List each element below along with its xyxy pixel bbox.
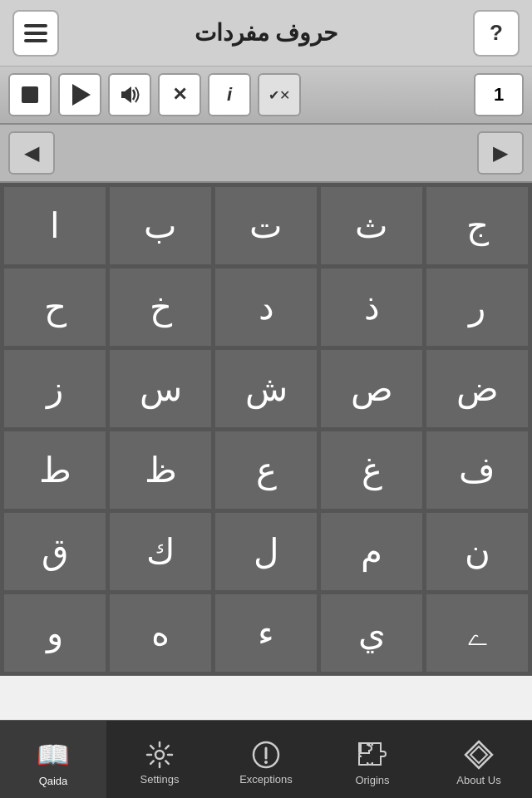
- arabic-grid-container: ابتثجحخدذرزسشصضطظعغفقكلمنوهءيے: [0, 183, 532, 676]
- nav-label-exceptions: Exceptions: [239, 773, 293, 786]
- svg-rect-0: [24, 24, 47, 27]
- arabic-letter-cell[interactable]: ث: [320, 186, 423, 265]
- close-button[interactable]: ✕: [158, 73, 201, 116]
- arabic-letter-cell[interactable]: غ: [320, 431, 423, 510]
- play-icon: [72, 84, 91, 106]
- svg-marker-9: [470, 746, 487, 763]
- diamond-icon: [464, 740, 494, 770]
- menu-icon: [24, 24, 47, 42]
- arabic-letter-cell[interactable]: ن: [426, 512, 529, 591]
- next-button[interactable]: ▶: [477, 131, 524, 175]
- settings-icon: [145, 741, 174, 769]
- arabic-letter-cell[interactable]: ش: [214, 349, 318, 428]
- info-button[interactable]: i: [208, 73, 251, 116]
- navigation-row: ◀ ▶: [0, 125, 532, 183]
- left-arrow-icon: ◀: [24, 141, 39, 165]
- svg-rect-1: [24, 32, 47, 35]
- check-x-icon: ✔✕: [268, 87, 290, 103]
- exclamation-icon: [252, 741, 280, 769]
- nav-label-about-us: About Us: [456, 774, 500, 786]
- playback-toolbar: ✕ i ✔✕ 1: [0, 66, 532, 125]
- arabic-letter-cell[interactable]: ع: [214, 431, 318, 510]
- svg-marker-3: [121, 86, 131, 103]
- arabic-letter-cell[interactable]: ي: [320, 594, 423, 672]
- arabic-letter-cell[interactable]: س: [109, 349, 212, 428]
- arabic-letter-cell[interactable]: ء: [214, 594, 318, 672]
- arabic-letter-cell[interactable]: ض: [426, 349, 529, 428]
- help-button[interactable]: ?: [473, 10, 520, 57]
- puzzle-icon: [357, 740, 387, 770]
- svg-rect-2: [24, 39, 47, 42]
- arabic-letter-cell[interactable]: د: [214, 268, 318, 347]
- arabic-letter-cell[interactable]: ح: [3, 268, 106, 347]
- play-button[interactable]: [58, 73, 101, 116]
- nav-item-about-us[interactable]: About Us: [426, 721, 532, 798]
- arabic-letter-cell[interactable]: و: [3, 594, 106, 672]
- arabic-letter-cell[interactable]: ے: [426, 594, 529, 672]
- nav-label-settings: Settings: [140, 773, 180, 786]
- page-number-button[interactable]: 1: [474, 73, 524, 116]
- arabic-letter-cell[interactable]: ف: [426, 431, 529, 510]
- check-button[interactable]: ✔✕: [258, 73, 301, 116]
- arabic-letter-cell[interactable]: ظ: [109, 431, 212, 510]
- arabic-letter-cell[interactable]: ك: [109, 512, 212, 591]
- arabic-letter-cell[interactable]: ا: [3, 186, 106, 265]
- arabic-letter-cell[interactable]: ق: [3, 512, 106, 591]
- close-icon: ✕: [172, 84, 187, 106]
- menu-button[interactable]: [12, 10, 59, 57]
- bottom-navigation: 📖 Qaida Settings Exceptions Origins Abou…: [0, 720, 532, 798]
- arabic-letter-cell[interactable]: ذ: [320, 268, 423, 347]
- arabic-letter-cell[interactable]: خ: [109, 268, 212, 347]
- nav-label-origins: Origins: [355, 774, 389, 786]
- right-arrow-icon: ▶: [493, 141, 508, 165]
- arabic-letter-cell[interactable]: ص: [320, 349, 423, 428]
- page-title: حروف مفردات: [195, 19, 338, 47]
- nav-item-exceptions[interactable]: Exceptions: [213, 721, 319, 798]
- prev-button[interactable]: ◀: [8, 131, 55, 175]
- svg-point-7: [264, 761, 268, 764]
- app-header: حروف مفردات ?: [0, 0, 532, 66]
- arabic-letter-cell[interactable]: ط: [3, 431, 106, 510]
- arabic-letter-cell[interactable]: م: [320, 512, 423, 591]
- arabic-letter-cell[interactable]: ت: [214, 186, 318, 265]
- nav-item-qaida[interactable]: 📖 Qaida: [0, 721, 106, 798]
- nav-item-settings[interactable]: Settings: [106, 721, 213, 798]
- nav-item-origins[interactable]: Origins: [319, 721, 426, 798]
- stop-icon: [22, 86, 38, 103]
- arabic-letter-cell[interactable]: ر: [426, 268, 529, 347]
- arabic-letter-cell[interactable]: ه: [109, 594, 212, 672]
- stop-button[interactable]: [8, 73, 52, 116]
- nav-label-qaida: Qaida: [39, 775, 68, 787]
- arabic-letter-cell[interactable]: ب: [109, 186, 212, 265]
- info-icon: i: [227, 84, 232, 106]
- volume-icon: [118, 83, 141, 106]
- volume-button[interactable]: [108, 73, 151, 116]
- arabic-grid: ابتثجحخدذرزسشصضطظعغفقكلمنوهءيے: [3, 186, 529, 672]
- book-icon: 📖: [37, 739, 70, 771]
- arabic-letter-cell[interactable]: ج: [426, 186, 529, 265]
- svg-point-4: [155, 751, 164, 759]
- arabic-letter-cell[interactable]: ل: [214, 512, 318, 591]
- help-icon: ?: [490, 20, 503, 46]
- page-number: 1: [494, 84, 504, 106]
- arabic-letter-cell[interactable]: ز: [3, 349, 106, 428]
